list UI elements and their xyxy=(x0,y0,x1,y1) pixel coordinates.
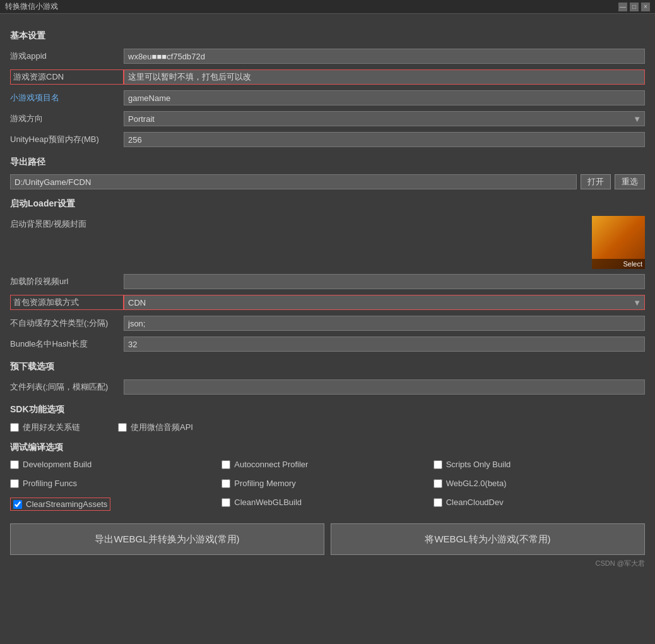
bottom-buttons: 导出WEBGL并转换为小游戏(常用) 将WEBGL转为小游戏(不常用) xyxy=(10,523,645,555)
wechat-audio-checkbox[interactable] xyxy=(118,423,127,432)
clean-webgl-checkbox-item: CleanWebGLBuild xyxy=(221,498,433,507)
loader-settings-title: 启动Loader设置 xyxy=(10,198,645,210)
bundle-hash-label: Bundle名中Hash长度 xyxy=(10,338,124,350)
select-overlay-label: Select xyxy=(592,259,645,269)
appid-input[interactable] xyxy=(124,49,645,64)
unity-heap-input[interactable] xyxy=(124,132,645,147)
profiling-memory-checkbox-item: Profiling Memory xyxy=(221,479,433,488)
sdk-options-row: 使用好友关系链 使用微信音频API xyxy=(10,422,645,433)
profiling-funcs-label: Profiling Funcs xyxy=(23,479,77,488)
webgl2-checkbox-item: WebGL2.0(beta) xyxy=(434,479,645,488)
autoconnect-profiler-checkbox[interactable] xyxy=(221,460,230,469)
debug-options-title: 调试编译选项 xyxy=(10,442,645,453)
cdn-label: 游戏资源CDN xyxy=(10,69,124,85)
orientation-row: 游戏方向 Portrait Landscape Auto ▼ xyxy=(10,110,645,127)
reset-path-button[interactable]: 重选 xyxy=(615,174,645,189)
debug-checkboxes-grid: Development Build Profiling Funcs ClearS… xyxy=(10,460,645,511)
clean-clouddev-checkbox[interactable] xyxy=(434,498,442,507)
webgl2-checkbox[interactable] xyxy=(434,479,442,488)
close-button[interactable]: × xyxy=(641,3,650,11)
dev-build-label: Development Build xyxy=(23,460,91,469)
orientation-select[interactable]: Portrait Landscape Auto xyxy=(124,111,645,126)
scripts-only-label: Scripts Only Build xyxy=(446,460,511,469)
video-url-input[interactable] xyxy=(124,274,645,289)
clear-streaming-checkbox-item: ClearStreamingAssets xyxy=(10,498,110,511)
bg-video-label: 启动背景图/视频封面 xyxy=(10,216,124,230)
project-name-input[interactable] xyxy=(124,90,645,105)
bg-video-row: 启动背景图/视频封面 Select xyxy=(10,216,645,269)
first-pack-row: 首包资源加载方式 CDN 本地 小包 ▼ xyxy=(10,294,645,311)
clean-webgl-checkbox[interactable] xyxy=(221,498,230,507)
convert-webgl-button[interactable]: 将WEBGL转为小游戏(不常用) xyxy=(331,523,645,555)
video-url-row: 加载阶段视频url xyxy=(10,273,645,290)
title-bar-controls: — □ × xyxy=(618,3,650,11)
unity-heap-row: UnityHeap预留内存(MB) xyxy=(10,131,645,148)
footer-credit: CSDN @军大君 xyxy=(10,559,645,568)
profiling-memory-label: Profiling Memory xyxy=(234,479,296,488)
clear-streaming-checkbox[interactable] xyxy=(13,500,22,509)
no-cache-row: 不自动缓存文件类型(;分隔) xyxy=(10,315,645,331)
orientation-label: 游戏方向 xyxy=(10,113,124,124)
export-path-input[interactable] xyxy=(10,174,577,189)
autoconnect-profiler-label: Autoconnect Profiler xyxy=(234,460,308,469)
wechat-audio-label: 使用微信音频API xyxy=(131,422,193,433)
friend-chain-checkbox[interactable] xyxy=(10,423,19,432)
webgl2-label: WebGL2.0(beta) xyxy=(446,479,507,488)
loader-thumbnail-container: Select xyxy=(124,216,645,269)
friend-chain-label: 使用好友关系链 xyxy=(23,422,80,433)
no-cache-label: 不自动缓存文件类型(;分隔) xyxy=(10,318,124,329)
unity-heap-label: UnityHeap预留内存(MB) xyxy=(10,134,124,145)
export-path-title: 导出路径 xyxy=(10,157,645,168)
debug-col1: Development Build Profiling Funcs ClearS… xyxy=(10,460,221,511)
maximize-button[interactable]: □ xyxy=(630,3,639,11)
basic-settings-title: 基本设置 xyxy=(10,30,645,42)
file-list-label: 文件列表(;间隔，模糊匹配) xyxy=(10,381,124,393)
clean-webgl-label: CleanWebGLBuild xyxy=(234,498,302,507)
profiling-memory-checkbox[interactable] xyxy=(221,479,230,488)
first-pack-label: 首包资源加载方式 xyxy=(10,295,124,310)
appid-label: 游戏appid xyxy=(10,51,124,62)
profiling-funcs-checkbox-item: Profiling Funcs xyxy=(10,479,221,488)
orientation-select-wrapper: Portrait Landscape Auto ▼ xyxy=(124,111,645,126)
file-list-input[interactable] xyxy=(124,379,645,395)
bundle-hash-row: Bundle名中Hash长度 xyxy=(10,336,645,352)
predownload-title: 预下载选项 xyxy=(10,361,645,373)
appid-row: 游戏appid xyxy=(10,48,645,64)
first-pack-select-wrapper: CDN 本地 小包 ▼ xyxy=(124,295,645,310)
project-name-row: 小游戏项目名 xyxy=(10,90,645,106)
profiling-funcs-checkbox[interactable] xyxy=(10,479,19,488)
main-content: 基本设置 游戏appid 游戏资源CDN 小游戏项目名 游戏方向 Portrai… xyxy=(0,14,655,644)
dev-build-checkbox[interactable] xyxy=(10,460,19,469)
debug-col2: Autoconnect Profiler Profiling Memory Cl… xyxy=(221,460,433,511)
cdn-input[interactable] xyxy=(124,69,645,85)
clean-clouddev-label: CleanCloudDev xyxy=(446,498,504,507)
friend-chain-checkbox-item: 使用好友关系链 xyxy=(10,422,80,433)
title-bar-text: 转换微信小游戏 xyxy=(5,1,58,12)
dev-build-checkbox-item: Development Build xyxy=(10,460,221,469)
wechat-audio-checkbox-item: 使用微信音频API xyxy=(118,422,193,433)
first-pack-select[interactable]: CDN 本地 小包 xyxy=(124,295,645,310)
clean-clouddev-checkbox-item: CleanCloudDev xyxy=(434,498,645,507)
project-name-label: 小游戏项目名 xyxy=(10,92,124,104)
clear-streaming-label: ClearStreamingAssets xyxy=(26,499,107,509)
no-cache-input[interactable] xyxy=(124,316,645,331)
autoconnect-profiler-checkbox-item: Autoconnect Profiler xyxy=(221,460,433,469)
file-list-row: 文件列表(;间隔，模糊匹配) xyxy=(10,379,645,395)
open-path-button[interactable]: 打开 xyxy=(581,174,611,189)
debug-col3: Scripts Only Build WebGL2.0(beta) CleanC… xyxy=(434,460,645,511)
cdn-row: 游戏资源CDN xyxy=(10,69,645,85)
bundle-hash-input[interactable] xyxy=(124,337,645,352)
export-webgl-button[interactable]: 导出WEBGL并转换为小游戏(常用) xyxy=(10,523,324,555)
export-path-row: 打开 重选 xyxy=(10,174,645,189)
minimize-button[interactable]: — xyxy=(618,3,627,11)
title-bar: 转换微信小游戏 — □ × xyxy=(0,0,655,14)
sdk-options-title: SDK功能选项 xyxy=(10,404,645,415)
video-url-label: 加载阶段视频url xyxy=(10,276,124,287)
scripts-only-checkbox-item: Scripts Only Build xyxy=(434,460,645,469)
scripts-only-checkbox[interactable] xyxy=(434,460,442,469)
thumbnail-select-box[interactable]: Select xyxy=(592,216,645,269)
